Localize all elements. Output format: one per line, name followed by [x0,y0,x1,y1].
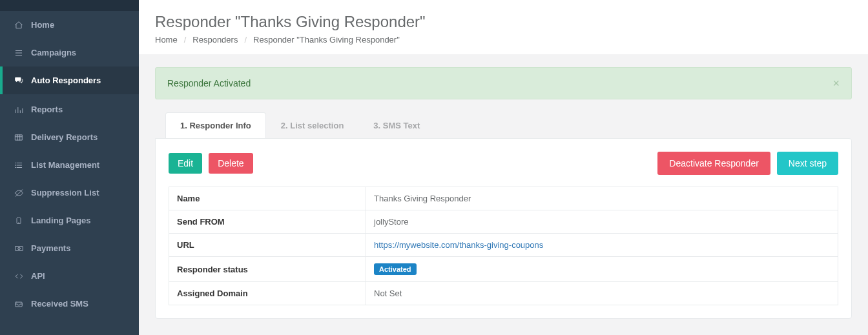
sidebar-item-campaigns[interactable]: Campaigns [0,39,139,66]
detail-value: https://mywebsite.com/thanks-giving-coup… [366,234,838,257]
detail-key: Assigned Domain [169,282,366,305]
edit-button[interactable]: Edit [169,153,202,174]
details-table: NameThanks Giving ResponderSend FROMjoll… [169,187,838,305]
svg-point-16 [16,167,16,168]
detail-value: jollyStore [366,210,838,234]
svg-rect-7 [16,134,23,139]
sidebar-item-landing-pages[interactable]: Landing Pages [0,207,139,234]
detail-value: Thanks Giving Responder [366,187,838,210]
home-icon [13,21,25,30]
breadcrumb-home[interactable]: Home [155,35,178,45]
url-link[interactable]: https://mywebsite.com/thanks-giving-coup… [374,240,543,250]
page-title: Responder "Thanks Giving Responder" [155,13,852,31]
breadcrumb-current: Responder "Thanks Giving Responder" [253,35,400,45]
tab-body: Edit Delete Deactivate Responder Next st… [155,138,852,319]
detail-key: URL [169,234,366,257]
svg-point-15 [16,165,16,165]
sidebar-item-label: Landing Pages [31,216,90,225]
breadcrumb-responders[interactable]: Responders [192,35,238,45]
table-row: Assigned DomainNot Set [169,282,838,305]
tab-sms-text[interactable]: 3. SMS Text [358,112,435,138]
list-icon [13,161,25,170]
svg-point-21 [17,247,20,250]
status-badge: Activated [374,263,417,275]
detail-key: Send FROM [169,210,366,234]
sidebar-item-label: Auto Responders [31,76,101,85]
deactivate-responder-button[interactable]: Deactivate Responder [657,152,770,175]
svg-rect-20 [15,246,23,250]
sidebar-item-label: API [31,271,45,281]
breadcrumb-sep: / [184,35,187,45]
detail-key: Name [169,187,366,210]
sidebar-item-received-sms[interactable]: Received SMS [0,290,139,318]
breadcrumb-sep: / [244,35,247,45]
sidebar-item-label: Payments [31,243,70,253]
svg-rect-22 [16,302,23,307]
action-bar: Edit Delete Deactivate Responder Next st… [169,152,838,175]
next-step-button[interactable]: Next step [777,152,838,175]
sidebar-item-delivery-reports[interactable]: Delivery Reports [0,123,139,151]
detail-key: Responder status [169,257,366,282]
sidebar-item-label: Received SMS [31,299,88,309]
main: Responder "Thanks Giving Responder" Home… [139,0,868,335]
alert-success: Responder Activated × [155,67,852,99]
sidebar-item-payments[interactable]: Payments [0,234,139,262]
close-icon[interactable]: × [832,77,840,89]
sidebar-item-label: List Management [31,160,99,170]
tablet-icon [13,216,25,225]
sidebar-item-home[interactable]: Home [0,11,139,39]
sidebar-item-suppression-list[interactable]: Suppression List [0,179,139,207]
tabs: 1. Responder Info 2. List selection 3. S… [155,112,852,138]
table-row: URLhttps://mywebsite.com/thanks-giving-c… [169,234,838,257]
table-row: Responder statusActivated [169,257,838,282]
sidebar-item-reports[interactable]: Reports [0,96,139,123]
sidebar-item-label: Delivery Reports [31,132,98,142]
breadcrumb: Home / Responders / Responder "Thanks Gi… [155,35,852,45]
detail-value: Not Set [366,282,838,305]
inbox-icon [13,299,25,309]
alert-text: Responder Activated [167,78,251,88]
table-row: Send FROMjollyStore [169,210,838,234]
detail-value: Activated [366,257,838,282]
table-row: NameThanks Giving Responder [169,187,838,210]
bars-icon [13,48,25,57]
content: Responder Activated × 1. Responder Info … [139,54,868,332]
sidebar-item-label: Reports [31,105,63,114]
sidebar-top-strip [0,0,139,11]
tab-list-selection[interactable]: 2. List selection [266,112,359,138]
svg-point-14 [16,163,16,163]
sidebar-item-auto-responders[interactable]: Auto Responders [0,66,139,94]
sidebar: HomeCampaignsAuto RespondersReportsDeliv… [0,0,139,335]
money-icon [13,244,25,253]
eye-slash-icon [13,188,25,198]
page-header: Responder "Thanks Giving Responder" Home… [139,0,868,54]
sidebar-item-label: Suppression List [31,188,99,198]
bar-chart-icon [13,105,25,114]
code-icon [13,272,25,281]
sidebar-item-label: Home [31,20,54,30]
delete-button[interactable]: Delete [209,153,253,174]
tab-responder-info[interactable]: 1. Responder Info [165,112,266,138]
panel: 1. Responder Info 2. List selection 3. S… [155,112,852,319]
sidebar-item-api[interactable]: API [0,262,139,290]
sidebar-item-list-management[interactable]: List Management [0,151,139,179]
table-icon [13,133,25,142]
comments-icon [13,76,25,85]
sidebar-item-label: Campaigns [31,48,76,57]
